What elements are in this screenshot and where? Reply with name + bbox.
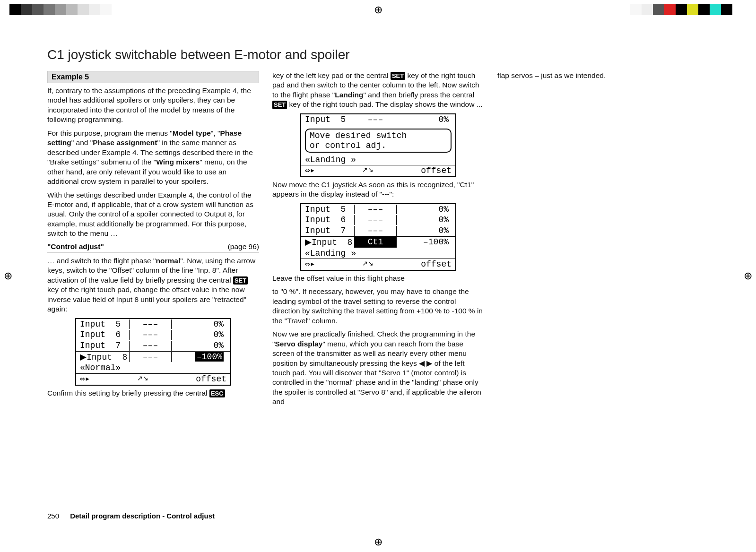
- c2-p2: Now move the C1 joystick As soon as this…: [272, 180, 484, 199]
- lcd3-foot-mid-icon: ↗↘: [362, 259, 374, 269]
- lcd1-r2-label: Input 6: [80, 330, 129, 340]
- lcd1-r3-ctrl: –––: [129, 341, 172, 351]
- lcd3-foot-right: offset: [421, 259, 452, 269]
- c1-p5-a: Confirm this setting by briefly pressing…: [47, 389, 209, 397]
- lcd2-foot-mid-icon: ↗↘: [362, 166, 374, 176]
- ref-label: "Control adjust": [47, 242, 104, 251]
- c2-p5: Now we are practically finished. Check t…: [272, 329, 484, 407]
- page-title: C1 joystick switchable between E-motor a…: [47, 47, 709, 62]
- lcd1-phase: «Normal»: [76, 362, 230, 373]
- reg-mark-right: ⊕: [744, 270, 752, 282]
- set-key-icon-3: SET: [272, 101, 287, 109]
- lcd1-r2-val: 0%: [172, 330, 226, 340]
- footer-section: Detail program description - Control adj…: [70, 512, 215, 520]
- c1-p2-b: Model type: [173, 129, 211, 137]
- c1-p2: For this purpose, program the menus "Mod…: [47, 129, 259, 187]
- lcd2-r1-ctrl: –––: [354, 115, 397, 125]
- page-footer: 250 Detail program description - Control…: [47, 512, 215, 520]
- lcd2-overlay: Move desired switch or control adj.: [305, 129, 452, 153]
- c1-p2-h: Wing mixers: [156, 158, 200, 166]
- lcd2-foot-left-icon: ⇔▸: [305, 166, 315, 176]
- lcd3-foot-left-icon: ⇔▸: [305, 259, 315, 269]
- c2-p3: Leave the offset value in this flight ph…: [272, 274, 484, 283]
- lcd2-r1-val: 0%: [397, 115, 452, 125]
- c2-p1-c: Landing: [335, 91, 363, 99]
- lcd2-overlay-l2: or control adj.: [310, 141, 447, 151]
- lcd2-foot-right: offset: [421, 166, 452, 176]
- lcd3-r3-val: 0%: [397, 226, 452, 236]
- column-2: key of the left key pad or the central S…: [272, 71, 484, 411]
- set-key-icon-2: SET: [391, 72, 405, 80]
- lcd1-r4-val-text: –100%: [195, 352, 224, 362]
- c2-p1-a: key of the left key pad or the central: [272, 71, 391, 79]
- page-number: 250: [47, 512, 68, 520]
- lcd1-r3-label: Input 7: [80, 341, 129, 351]
- lcd1-r1-ctrl: –––: [129, 319, 172, 329]
- ref-page: (page 96): [228, 242, 259, 251]
- lcd3-r3-ctrl: –––: [354, 226, 397, 236]
- c2-p1: key of the left key pad or the central S…: [272, 71, 484, 110]
- lcd-display-normal: Input 5–––0% Input 6–––0% Input 7–––0% ▶…: [75, 318, 231, 386]
- lcd-display-landing: Input 5–––0% Input 6–––0% Input 7–––0% ▶…: [300, 203, 456, 271]
- lcd3-r4-ctrl: Ct1: [354, 237, 397, 248]
- esc-key-icon: ESC: [209, 389, 225, 397]
- reg-mark-top: ⊕: [374, 4, 382, 16]
- lcd1-r3-val: 0%: [172, 341, 226, 351]
- lcd1-foot-left-icon: ⇔▸: [80, 374, 90, 384]
- lcd1-r1-val: 0%: [172, 319, 226, 329]
- lcd1-r2-ctrl: –––: [129, 330, 172, 340]
- c2-p1-d: " and then briefly press the central: [363, 91, 474, 99]
- set-key-icon: SET: [233, 276, 248, 285]
- column-3: flap servos – just as we intended.: [497, 71, 709, 411]
- lcd-display-switch-prompt: Input 5–––0% «Landing » ⇔▸↗↘offset Move …: [300, 113, 456, 177]
- c1-p5: Confirm this setting by briefly pressing…: [47, 388, 259, 398]
- reg-mark-left: ⊕: [4, 270, 12, 282]
- lcd1-foot-right: offset: [196, 374, 226, 384]
- lcd3-r1-label: Input 5: [305, 205, 354, 215]
- c1-p2-e: " and ": [71, 138, 93, 147]
- c1-p4: … and switch to the flight phase "normal…: [47, 256, 259, 314]
- lcd1-r4-val: –100%: [172, 352, 226, 362]
- c1-p4-d: key of the right touch pad, change the o…: [47, 285, 246, 313]
- lcd2-phase: «Landing »: [301, 155, 455, 165]
- lcd3-r2-ctrl: –––: [354, 215, 397, 225]
- lcd1-r4-label-text: Input 8: [87, 353, 127, 362]
- c1-p3: With the settings described under Exampl…: [47, 190, 259, 239]
- lcd1-r4-ctrl: –––: [129, 352, 172, 362]
- c1-p4-a: … and switch to the flight phase ": [47, 257, 156, 265]
- c2-p1-e: key of the right touch pad. The display …: [287, 100, 482, 108]
- column-1: Example 5 If, contrary to the assumption…: [47, 71, 259, 411]
- c2-p5-c: " menu, which you can reach from the bas…: [272, 340, 481, 406]
- lcd3-r4-val: –100%: [397, 237, 452, 248]
- lcd3-r1-ctrl: –––: [354, 205, 397, 215]
- control-adjust-ref: "Control adjust" (page 96): [47, 242, 259, 252]
- c1-p2-a: For this purpose, program the menus ": [47, 129, 173, 137]
- lcd3-r2-val: 0%: [397, 215, 452, 225]
- print-reg-left: [9, 4, 112, 15]
- reg-mark-bottom: ⊕: [374, 536, 382, 548]
- lcd3-r4-label-text: Input 8: [312, 238, 352, 247]
- c1-p2-f: Phase assignment: [93, 138, 157, 147]
- c1-p4-b: normal: [156, 257, 181, 265]
- c1-p2-c: ", ": [211, 129, 220, 137]
- print-reg-right: [630, 4, 732, 15]
- lcd1-foot-mid-icon: ↗↘: [137, 374, 148, 384]
- lcd3-r4-label: ▶Input 8: [305, 237, 354, 248]
- lcd1-r4-label: ▶Input 8: [80, 352, 129, 362]
- c1-p1: If, contrary to the assumptions of the p…: [47, 86, 259, 125]
- lcd3-phase: «Landing »: [301, 248, 455, 259]
- lcd3-r1-val: 0%: [397, 205, 452, 215]
- lcd3-r2-label: Input 6: [305, 215, 354, 225]
- lcd2-overlay-l1: Move desired switch: [310, 131, 447, 141]
- lcd2-r1-label: Input 5: [305, 115, 354, 125]
- c2-p4: to "0 %". If necessary, however, you may…: [272, 287, 484, 326]
- c3-p1: flap servos – just as we intended.: [497, 71, 709, 80]
- lcd1-r1-label: Input 5: [80, 319, 129, 329]
- lcd3-r3-label: Input 7: [305, 226, 354, 236]
- example-header: Example 5: [47, 71, 259, 83]
- c2-p5-b: Servo display: [275, 340, 323, 348]
